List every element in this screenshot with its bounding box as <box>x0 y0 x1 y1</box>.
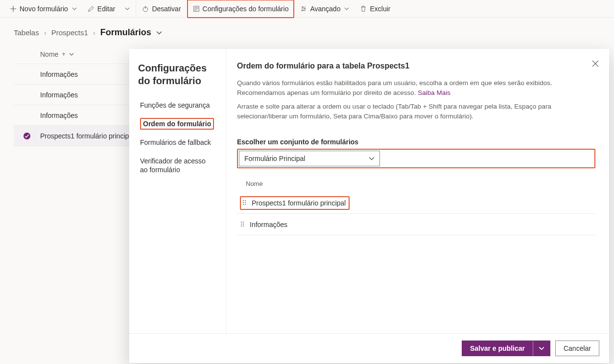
order-list-header: Nome <box>246 180 595 187</box>
save-publish-label: Salvar e publicar <box>462 341 533 356</box>
dialog-sidebar-title: Configurações do formulário <box>138 62 217 87</box>
form-set-highlight: Formulário Principal <box>237 149 595 168</box>
order-row[interactable]: ⠿ Prospects1 formulário principal <box>237 192 595 214</box>
dialog-instructions: Arraste e solte para alterar a ordem ou … <box>237 102 590 121</box>
dialog-intro-text: Quando vários formulários estão habilita… <box>237 79 552 96</box>
cancel-button[interactable]: Cancelar <box>555 341 599 356</box>
order-row[interactable]: ⠿ Informações <box>237 214 595 235</box>
dialog-footer: Salvar e publicar Cancelar <box>129 333 609 363</box>
form-settings-dialog: Configurações do formulário Funções de s… <box>129 49 609 363</box>
sidebar-item-highlight: Ordem do formulário <box>140 118 214 130</box>
choose-set-label: Escolher um conjunto de formulários <box>237 138 595 146</box>
chevron-down-icon <box>369 156 375 161</box>
first-form-highlight: ⠿ Prospects1 formulário principal <box>240 196 350 210</box>
sidebar-item[interactable]: Verificador de acesso ao formulário <box>138 152 217 179</box>
sidebar-item[interactable]: Funções de segurança <box>138 96 217 114</box>
close-button[interactable] <box>591 60 599 68</box>
save-publish-dropdown[interactable] <box>533 345 550 351</box>
order-row-label: Prospects1 formulário principal <box>252 199 346 207</box>
form-set-value: Formulário Principal <box>244 155 305 162</box>
save-publish-button[interactable]: Salvar e publicar <box>462 341 550 356</box>
sidebar-item[interactable]: Ordem do formulário <box>138 114 217 133</box>
dialog-intro: Quando vários formulários estão habilita… <box>237 78 590 98</box>
dialog-title: Ordem do formulário para a tabela Prospe… <box>237 62 595 70</box>
sidebar-item[interactable]: Formulários de fallback <box>138 133 217 152</box>
learn-more-link[interactable]: Saiba Mais <box>418 89 450 96</box>
dialog-sidebar: Configurações do formulário Funções de s… <box>129 49 226 333</box>
chevron-down-icon <box>539 345 544 351</box>
drag-handle-icon[interactable]: ⠿ <box>240 221 245 228</box>
cancel-label: Cancelar <box>564 344 591 352</box>
drag-handle-icon[interactable]: ⠿ <box>242 199 247 207</box>
dialog-main: Ordem do formulário para a tabela Prospe… <box>226 49 609 333</box>
form-set-select[interactable]: Formulário Principal <box>239 151 380 166</box>
order-row-label: Informações <box>250 221 287 228</box>
close-icon <box>591 60 599 68</box>
